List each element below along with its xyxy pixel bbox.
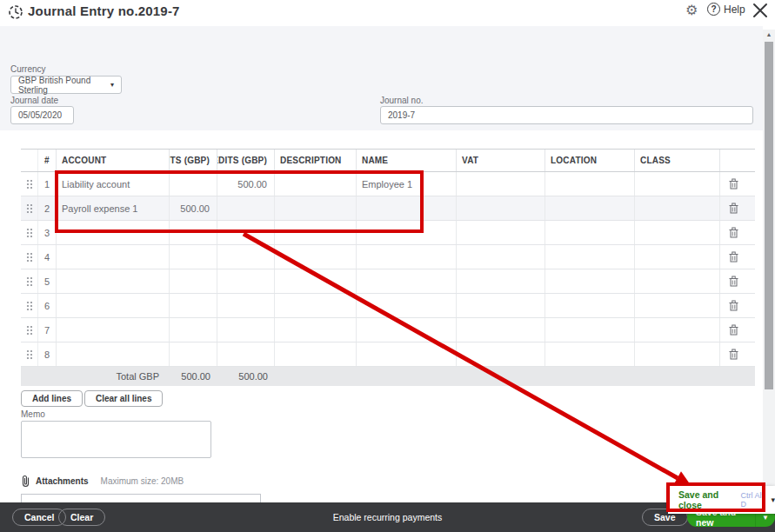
popup-caret-icon[interactable]: ▾ [771, 495, 775, 504]
currency-select[interactable]: GBP British Pound Sterling ▾ [10, 76, 122, 94]
scroll-up-icon[interactable]: ▲ [763, 31, 775, 37]
trash-icon[interactable] [720, 172, 755, 196]
cell-credits[interactable]: 500.00 [217, 172, 275, 196]
cell-vat[interactable] [457, 318, 545, 342]
trash-icon[interactable] [720, 342, 755, 366]
total-row: Total GBP 500.00 500.00 [21, 367, 755, 386]
cell-name[interactable] [357, 196, 457, 220]
cell-vat[interactable] [457, 342, 545, 366]
total-credits: 500.00 [217, 371, 275, 382]
cell-location[interactable] [545, 196, 635, 220]
cell-name[interactable] [357, 221, 457, 244]
cell-vat[interactable] [457, 196, 545, 220]
cell-debits[interactable] [170, 294, 217, 317]
cell-account[interactable]: Liability account [57, 172, 170, 196]
cell-vat[interactable] [457, 245, 545, 269]
cell-class[interactable] [635, 196, 720, 220]
cell-vat[interactable] [457, 269, 545, 293]
cell-credits[interactable] [217, 196, 275, 220]
trash-icon[interactable] [720, 196, 755, 220]
journal-no-input[interactable]: 2019-7 [380, 106, 753, 124]
cell-class[interactable] [635, 294, 720, 317]
cell-debits[interactable] [170, 342, 217, 366]
cell-account[interactable] [57, 318, 170, 342]
cell-location[interactable] [545, 221, 635, 244]
cell-credits[interactable] [217, 221, 275, 244]
cell-location[interactable] [545, 245, 635, 269]
cell-class[interactable] [635, 318, 720, 342]
cell-credits[interactable] [217, 269, 275, 293]
cell-class[interactable] [635, 342, 720, 366]
cell-account[interactable] [57, 342, 170, 366]
cell-location[interactable] [545, 294, 635, 317]
trash-icon[interactable] [720, 318, 755, 342]
scrollbar-thumb[interactable] [765, 42, 773, 389]
cell-description[interactable] [275, 269, 357, 293]
trash-icon[interactable] [720, 269, 755, 293]
journal-date-label: Journal date [10, 96, 58, 105]
close-icon[interactable] [751, 1, 770, 20]
cell-account[interactable]: Payroll expense 1 [57, 196, 170, 220]
drag-handle-icon[interactable] [21, 269, 38, 293]
trash-icon[interactable] [720, 294, 755, 317]
cell-description[interactable] [275, 342, 357, 366]
cell-class[interactable] [635, 245, 720, 269]
attachments-label[interactable]: Attachments [36, 476, 89, 486]
cell-vat[interactable] [457, 294, 545, 317]
trash-icon[interactable] [720, 221, 755, 244]
cell-vat[interactable] [457, 172, 545, 196]
save-options-popup: Save and close Ctrl Alt D ▾ [668, 486, 775, 514]
drag-handle-icon[interactable] [21, 294, 38, 317]
cell-debits[interactable] [170, 318, 217, 342]
cell-description[interactable] [275, 221, 357, 244]
cell-description[interactable] [275, 172, 357, 196]
cell-description[interactable] [275, 294, 357, 317]
cell-location[interactable] [545, 269, 635, 293]
cell-description[interactable] [275, 196, 357, 220]
cell-class[interactable] [635, 221, 720, 244]
cell-debits[interactable] [170, 269, 217, 293]
cell-name[interactable] [357, 318, 457, 342]
cell-class[interactable] [635, 269, 720, 293]
scrollbar[interactable]: ▲ [763, 30, 775, 502]
cell-location[interactable] [545, 172, 635, 196]
cell-account[interactable] [57, 269, 170, 293]
cell-name[interactable]: Employee 1 [357, 172, 457, 196]
cell-debits[interactable]: 500.00 [170, 196, 217, 220]
cell-debits[interactable] [170, 172, 217, 196]
help-button[interactable]: ? Help [707, 3, 745, 16]
drag-handle-icon[interactable] [21, 221, 38, 244]
cell-account[interactable] [57, 245, 170, 269]
cell-credits[interactable] [217, 342, 275, 366]
cell-debits[interactable] [170, 221, 217, 244]
cell-description[interactable] [275, 245, 357, 269]
cell-name[interactable] [357, 269, 457, 293]
cell-name[interactable] [357, 342, 457, 366]
cell-location[interactable] [545, 342, 635, 366]
cell-location[interactable] [545, 318, 635, 342]
cell-credits[interactable] [217, 245, 275, 269]
paperclip-icon [21, 475, 30, 488]
drag-handle-icon[interactable] [21, 318, 38, 342]
cell-account[interactable] [57, 294, 170, 317]
memo-textarea[interactable] [21, 421, 211, 458]
clear-all-lines-button[interactable]: Clear all lines [84, 390, 163, 407]
gear-icon[interactable]: ⚙ [685, 2, 698, 18]
drag-handle-icon[interactable] [21, 245, 38, 269]
cell-description[interactable] [275, 318, 357, 342]
cell-vat[interactable] [457, 221, 545, 244]
drag-handle-icon[interactable] [21, 196, 38, 220]
trash-icon[interactable] [720, 245, 755, 269]
save-and-close-option[interactable]: Save and close [678, 489, 736, 510]
drag-handle-icon[interactable] [21, 342, 38, 366]
journal-date-input[interactable]: 05/05/2020 [10, 106, 74, 124]
cell-name[interactable] [357, 294, 457, 317]
cell-credits[interactable] [217, 318, 275, 342]
add-lines-button[interactable]: Add lines [21, 390, 83, 407]
cell-class[interactable] [635, 172, 720, 196]
cell-name[interactable] [357, 245, 457, 269]
cell-debits[interactable] [170, 245, 217, 269]
drag-handle-icon[interactable] [21, 172, 38, 196]
cell-credits[interactable] [217, 294, 275, 317]
cell-account[interactable] [57, 221, 170, 244]
